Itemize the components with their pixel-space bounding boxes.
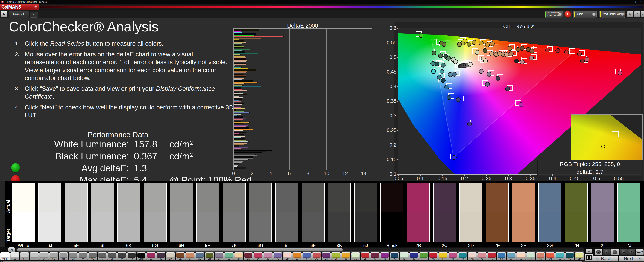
patch-button-2J[interactable]: 2J <box>224 252 234 260</box>
continuous-read-button[interactable]: ∞ <box>620 249 628 255</box>
deltae-error-bar[interactable] <box>234 53 258 54</box>
deltae-error-bar[interactable] <box>234 78 244 79</box>
comparator-column-8K[interactable] <box>328 183 351 242</box>
deltae-error-bar[interactable] <box>234 52 245 52</box>
deltae-error-bar[interactable] <box>234 70 256 70</box>
deltae-error-bar[interactable] <box>234 105 235 106</box>
add-tab-button[interactable]: + <box>30 12 38 18</box>
deltae-error-bar[interactable] <box>234 168 246 168</box>
deltae-error-bar[interactable] <box>234 102 244 104</box>
patch-button-3E[interactable]: 3E <box>292 252 302 260</box>
deltae-error-bar[interactable] <box>234 43 242 44</box>
patch-button-2K[interactable]: 2K <box>234 252 243 260</box>
patch-button-4H[interactable]: 4H <box>438 252 448 260</box>
maximize-button[interactable]: ▢ <box>632 0 638 3</box>
deltae-error-bar[interactable] <box>234 65 235 66</box>
patch-button-3D[interactable]: 3D <box>283 252 292 260</box>
patch-button-3K[interactable]: 3K <box>351 252 360 260</box>
deltae-error-bar[interactable] <box>234 83 245 84</box>
patch-button-4E[interactable]: 4E <box>409 252 418 260</box>
deltae-error-bar[interactable] <box>234 160 243 162</box>
stop-button[interactable]: ■ <box>594 249 602 255</box>
display-control-dropdown[interactable]: Direct Display Control ▼ <box>599 11 625 18</box>
deltae-error-bar[interactable] <box>234 140 246 141</box>
patch-button-3J[interactable]: 3J <box>341 252 350 260</box>
deltae-error-bar[interactable] <box>234 32 242 33</box>
deltae-error-bar[interactable] <box>234 151 266 152</box>
minimize-button[interactable]: – <box>626 0 631 3</box>
deltae-error-bar[interactable] <box>234 61 246 62</box>
deltae-error-bar[interactable] <box>234 162 242 163</box>
patch-button-2B[interactable]: 2B <box>146 252 156 260</box>
deltae-error-bar[interactable] <box>234 71 247 72</box>
deltae-error-bar[interactable] <box>234 50 242 51</box>
patch-button-5F[interactable]: 5F <box>20 252 29 260</box>
deltae-error-bar[interactable] <box>234 68 248 69</box>
patch-button-3M[interactable]: 3M <box>370 252 380 260</box>
calman-logo-menu[interactable]: CalMAN5 ▼ <box>0 4 39 10</box>
patch-window-button[interactable] <box>585 254 593 261</box>
patch-button-2I[interactable]: 2I <box>214 252 224 260</box>
deltae-error-bar[interactable] <box>234 58 246 60</box>
deltae-error-bar[interactable] <box>234 31 241 32</box>
deltae-error-bar[interactable] <box>234 142 247 144</box>
comparator-column-2D[interactable] <box>460 183 482 242</box>
patch-button-5D[interactable]: 5D <box>516 252 526 260</box>
patch-button-4J[interactable]: 4J <box>458 252 467 260</box>
comparator-column-2J[interactable] <box>618 183 640 242</box>
deltae-error-bar[interactable] <box>234 98 242 100</box>
patch-button-8K[interactable]: 8K <box>117 252 126 260</box>
deltae-error-bar[interactable] <box>234 123 242 124</box>
comparator-column-6J[interactable] <box>38 183 62 242</box>
patch-button-4F[interactable]: 4F <box>419 252 428 260</box>
deltae-error-bar[interactable] <box>234 49 250 50</box>
deltae-error-bar[interactable] <box>234 133 240 134</box>
patch-button-2H[interactable]: 2H <box>205 252 214 260</box>
deltae-error-bar[interactable] <box>234 130 243 131</box>
patch-button-3L[interactable]: 3L <box>360 252 370 260</box>
deltae-error-bar[interactable] <box>234 164 239 164</box>
deltae-error-bar[interactable] <box>234 125 248 126</box>
deltae-error-bar[interactable] <box>234 159 248 160</box>
deltae-error-bar[interactable] <box>234 86 261 87</box>
deltae-error-bar[interactable] <box>234 72 246 73</box>
patch-button-3C[interactable]: 3C <box>273 252 282 260</box>
patch-button-3G[interactable]: 3G <box>312 252 321 260</box>
deltae-error-bar[interactable] <box>234 144 244 145</box>
patch-button-6H[interactable]: 6H <box>59 252 68 260</box>
patch-button-6F[interactable]: 6F <box>108 252 117 260</box>
patch-button-2E[interactable]: 2E <box>176 252 185 260</box>
comparator-column-White[interactable] <box>12 183 35 242</box>
patch-button-6J[interactable]: 6J <box>10 252 20 260</box>
deltae-error-bar[interactable] <box>234 36 284 38</box>
deltae-error-bar[interactable] <box>234 88 241 88</box>
deltae-error-bar[interactable] <box>234 82 258 83</box>
deltae-error-bar[interactable] <box>234 47 244 48</box>
deltae-error-bar[interactable] <box>234 35 254 36</box>
deltae-error-bar[interactable] <box>234 39 239 40</box>
scroll-right-button[interactable]: ▶ <box>583 260 586 262</box>
deltae-error-bar[interactable] <box>234 100 239 101</box>
source-dropdown[interactable]: Source ▼ <box>573 11 597 18</box>
help-button[interactable]: ? <box>634 11 640 18</box>
patch-button-5K[interactable]: 5K <box>526 252 536 260</box>
deltae-error-bar[interactable] <box>234 79 242 80</box>
play-read-series-button[interactable]: ▶ <box>603 249 611 255</box>
deltae-error-bar[interactable] <box>234 138 245 140</box>
patch-button-5B[interactable]: 5B <box>497 252 506 260</box>
patch-button-7K[interactable]: 7K <box>78 252 88 260</box>
deltae-error-bar[interactable] <box>234 101 241 102</box>
patch-button-2L[interactable]: 2L <box>244 252 253 260</box>
patch-button-5I[interactable]: 5I <box>98 252 107 260</box>
patch-button-Black[interactable]: Black <box>137 252 146 260</box>
layout-expand-button[interactable]: ▶ <box>1 11 8 18</box>
deltae-error-bar[interactable] <box>234 66 242 68</box>
patch-button-6C[interactable]: 6C <box>565 252 574 260</box>
comparator-column-2I[interactable] <box>591 183 614 242</box>
deltae-error-bar[interactable] <box>234 136 246 137</box>
deltae-error-bar[interactable] <box>234 97 243 98</box>
patch-button-4K[interactable]: 4K <box>468 252 477 260</box>
patch-button-6B[interactable]: 6B <box>555 252 564 260</box>
tab-history-1[interactable]: History 1 <box>8 11 29 18</box>
deltae-error-bar[interactable] <box>234 89 242 90</box>
